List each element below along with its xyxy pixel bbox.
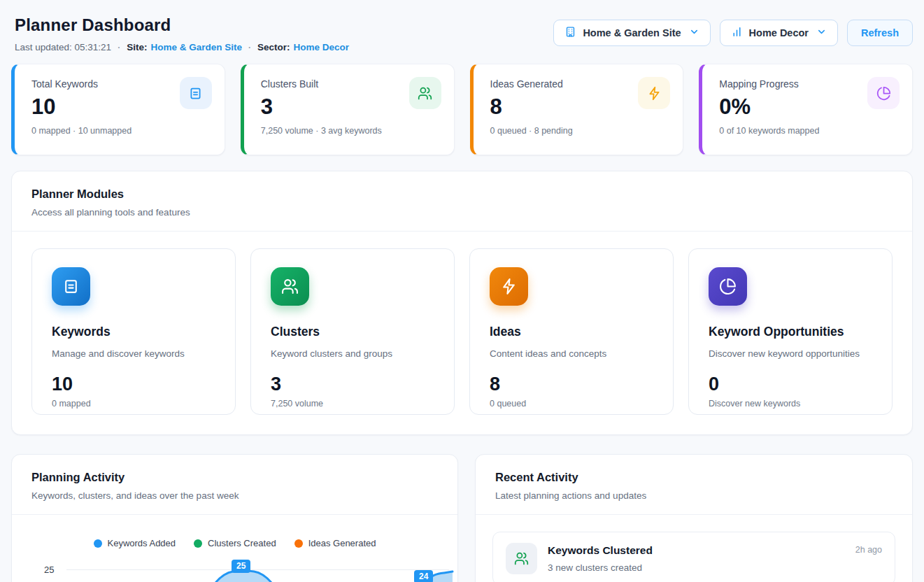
module-value: 3	[271, 374, 434, 395]
zap-icon	[638, 77, 670, 109]
last-updated-text: Last updated: 05:31:21	[15, 42, 111, 52]
module-value: 8	[490, 374, 653, 395]
site-selector-button[interactable]: Home & Garden Site	[553, 20, 710, 46]
users-icon	[271, 267, 309, 306]
planning-activity-subtitle: Keywords, clusters, and ideas over the p…	[31, 490, 438, 501]
stat-sub: 0 mapped · 10 unmapped	[31, 126, 211, 136]
legend-label: Clusters Created	[208, 538, 276, 548]
module-card-keyword-opportunities[interactable]: Keyword Opportunities Discover new keywo…	[688, 248, 893, 415]
site-link[interactable]: Home & Garden Site	[150, 42, 242, 52]
site-selector-label: Home & Garden Site	[583, 27, 681, 38]
recent-activity-title: Recent Activity	[495, 471, 893, 484]
module-value: 10	[52, 374, 215, 395]
planning-activity-panel: Planning Activity Keywords, clusters, an…	[11, 454, 458, 582]
stat-sub: 0 queued · 8 pending	[490, 126, 669, 136]
module-card-keywords[interactable]: Keywords Manage and discover keywords 10…	[31, 248, 236, 415]
sector-label: Sector:	[257, 42, 290, 52]
legend-label: Ideas Generated	[308, 538, 376, 548]
stat-sub: 7,250 volume · 3 avg keywords	[261, 126, 440, 136]
stat-sub: 0 of 10 keywords mapped	[719, 126, 898, 136]
legend-dot-icon	[94, 539, 102, 548]
chevron-down-icon	[689, 27, 699, 39]
module-value: 0	[709, 374, 872, 395]
module-card-ideas[interactable]: Ideas Content ideas and concepts 8 0 que…	[469, 248, 674, 415]
module-title: Clusters	[271, 325, 434, 339]
module-description: Content ideas and concepts	[490, 348, 653, 359]
chart-legend: Keywords Added Clusters Created Ideas Ge…	[12, 538, 457, 548]
module-description: Keyword clusters and groups	[271, 348, 434, 359]
refresh-button[interactable]: Refresh	[847, 20, 913, 46]
module-sub: 7,250 volume	[271, 399, 434, 409]
modules-panel-header: Planner Modules Access all planning tool…	[12, 171, 912, 231]
building-icon	[564, 26, 576, 40]
activity-item-keywords-clustered: Keywords Clustered 3 new clusters create…	[492, 532, 895, 582]
zap-icon	[490, 267, 528, 306]
modules-grid: Keywords Manage and discover keywords 10…	[12, 232, 912, 434]
document-icon	[52, 267, 90, 306]
sector-link[interactable]: Home Decor	[293, 42, 349, 52]
legend-label: Keywords Added	[108, 538, 176, 548]
divider	[12, 514, 457, 515]
activity-description: 3 new clusters created	[548, 562, 845, 573]
page-header: Planner Dashboard Last updated: 05:31:21…	[0, 0, 924, 52]
module-title: Keywords	[52, 325, 215, 339]
module-title: Ideas	[490, 325, 653, 339]
site-label: Site:	[127, 42, 147, 52]
modules-panel-subtitle: Access all planning tools and features	[31, 207, 893, 218]
module-title: Keyword Opportunities	[709, 325, 872, 339]
stats-row: Total Keywords 10 0 mapped · 10 unmapped…	[11, 64, 913, 155]
recent-activity-subtitle: Latest planning actions and updates	[495, 490, 893, 501]
planning-activity-title: Planning Activity	[31, 471, 438, 484]
legend-dot-icon	[294, 539, 303, 548]
header-actions: Home & Garden Site Home Decor Refresh	[553, 20, 913, 46]
activity-list: Keywords Clustered 3 new clusters create…	[476, 515, 912, 582]
pie-chart-icon	[709, 267, 747, 306]
site-meta: Site: Home & Garden Site	[127, 42, 242, 52]
sector-selector-button[interactable]: Home Decor	[720, 20, 838, 46]
module-description: Discover new keyword opportunities	[709, 348, 872, 359]
modules-panel-title: Planner Modules	[31, 187, 893, 201]
bottom-row: Planning Activity Keywords, clusters, an…	[11, 454, 913, 582]
module-description: Manage and discover keywords	[52, 348, 215, 359]
legend-item-clusters-created: Clusters Created	[194, 538, 276, 548]
activity-title: Keywords Clustered	[548, 544, 845, 557]
activity-body: Keywords Clustered 3 new clusters create…	[548, 543, 845, 573]
data-point-label: 24	[414, 570, 433, 582]
legend-dot-icon	[194, 539, 202, 548]
users-icon	[409, 77, 441, 109]
legend-item-ideas-generated: Ideas Generated	[294, 538, 376, 548]
planner-modules-panel: Planner Modules Access all planning tool…	[11, 171, 913, 435]
stat-card-mapping-progress: Mapping Progress 0% 0 of 10 keywords map…	[699, 64, 913, 155]
planning-activity-header: Planning Activity Keywords, clusters, an…	[12, 455, 457, 514]
dot-separator: ·	[248, 43, 251, 52]
pie-chart-icon	[867, 77, 900, 109]
header-left: Planner Dashboard Last updated: 05:31:21…	[15, 15, 349, 52]
sector-selector-label: Home Decor	[749, 27, 809, 38]
bar-chart-icon	[731, 26, 743, 40]
module-sub: Discover new keywords	[709, 399, 872, 409]
sector-meta: Sector: Home Decor	[257, 42, 349, 52]
chevron-down-icon	[816, 27, 827, 39]
recent-activity-panel: Recent Activity Latest planning actions …	[475, 454, 913, 582]
module-sub: 0 mapped	[52, 399, 215, 409]
stat-card-clusters-built: Clusters Built 3 7,250 volume · 3 avg ke…	[241, 64, 455, 155]
module-sub: 0 queued	[490, 399, 653, 409]
users-icon	[506, 543, 537, 574]
document-icon	[180, 77, 212, 109]
planner-dashboard-page: Planner Dashboard Last updated: 05:31:21…	[0, 0, 924, 582]
module-card-clusters[interactable]: Clusters Keyword clusters and groups 3 7…	[250, 248, 455, 415]
recent-activity-header: Recent Activity Latest planning actions …	[476, 455, 912, 514]
stat-card-total-keywords: Total Keywords 10 0 mapped · 10 unmapped	[11, 64, 225, 155]
page-title: Planner Dashboard	[15, 15, 349, 35]
data-point-label: 25	[232, 560, 250, 573]
planning-activity-chart: 25 25 24	[12, 557, 457, 582]
stat-card-ideas-generated: Ideas Generated 8 0 queued · 8 pending	[470, 64, 684, 155]
activity-timestamp: 2h ago	[855, 543, 882, 555]
dot-separator: ·	[118, 43, 120, 52]
legend-item-keywords-added: Keywords Added	[94, 538, 176, 548]
header-meta: Last updated: 05:31:21 · Site: Home & Ga…	[15, 42, 349, 52]
